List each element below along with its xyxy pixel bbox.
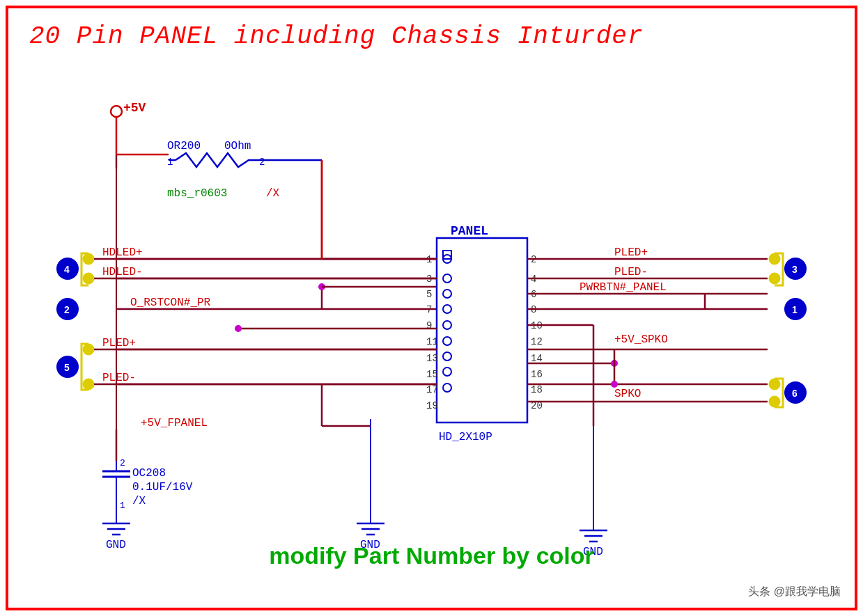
svg-text:11: 11 [426, 336, 438, 347]
svg-text:5: 5 [64, 362, 70, 373]
svg-text:13: 13 [426, 353, 438, 364]
outer-border: 20 Pin PANEL including Chassis Inturder … [6, 6, 857, 610]
svg-point-19 [83, 273, 94, 284]
svg-point-0 [111, 106, 122, 117]
svg-point-112 [769, 379, 780, 390]
svg-text:OR200: OR200 [167, 140, 201, 152]
svg-text:14: 14 [531, 353, 543, 364]
svg-text:4: 4 [64, 264, 70, 275]
svg-text:12: 12 [531, 336, 543, 347]
svg-text:PLED-: PLED- [614, 266, 648, 278]
svg-text:2: 2 [259, 157, 265, 168]
svg-text:/X: /X [266, 187, 280, 200]
svg-text:+5V_SPKO: +5V_SPKO [614, 333, 668, 346]
svg-text:O_RSTCON#_PR: O_RSTCON#_PR [130, 297, 211, 309]
svg-rect-56 [437, 238, 527, 422]
svg-text:0Ohm: 0Ohm [224, 140, 251, 152]
svg-point-109 [611, 381, 618, 388]
svg-text:HD_2X10P: HD_2X10P [439, 431, 492, 443]
svg-text:3: 3 [792, 264, 798, 275]
svg-text:16: 16 [531, 369, 543, 380]
svg-text:15: 15 [426, 369, 438, 380]
svg-text:PLED+: PLED+ [614, 246, 648, 259]
svg-point-16 [83, 253, 94, 264]
svg-text:SPKO: SPKO [614, 388, 641, 400]
svg-text:1: 1 [167, 157, 173, 168]
svg-point-91 [769, 253, 780, 264]
svg-point-35 [83, 379, 94, 390]
watermark: 头条 @跟我学电脑 [748, 585, 841, 599]
svg-text:9: 9 [426, 320, 432, 331]
svg-text:mbs_r0603: mbs_r0603 [167, 187, 227, 200]
svg-text:7: 7 [426, 304, 432, 315]
svg-text:2: 2 [120, 458, 125, 468]
svg-text:0.1UF/16V: 0.1UF/16V [132, 481, 193, 493]
svg-text:HDLED+: HDLED+ [102, 246, 143, 259]
svg-text:+5V: +5V [123, 101, 146, 115]
svg-text:PLED+: PLED+ [102, 337, 136, 349]
svg-text:19: 19 [426, 400, 438, 411]
svg-point-113 [769, 396, 780, 407]
svg-text:17: 17 [426, 384, 438, 395]
svg-text:1: 1 [120, 500, 125, 511]
svg-text:HDLED-: HDLED- [102, 266, 143, 278]
svg-text:1: 1 [792, 304, 798, 315]
svg-point-137 [235, 325, 242, 332]
svg-point-32 [83, 344, 94, 355]
svg-text:PWRBTN#_PANEL: PWRBTN#_PANEL [580, 281, 667, 294]
svg-text:6: 6 [792, 388, 798, 399]
svg-text:18: 18 [531, 384, 543, 395]
svg-text:5: 5 [426, 289, 432, 300]
svg-text:/X: /X [132, 495, 146, 507]
svg-text:PANEL: PANEL [451, 224, 488, 238]
schematic-diagram: +5V OR200 0Ohm 1 2 mbs_r0603 /X HDLED [8, 8, 860, 613]
svg-point-96 [769, 273, 780, 284]
modify-text: modify Part Number by color [8, 542, 855, 569]
svg-text:PLED-: PLED- [102, 372, 136, 384]
svg-text:+5V_FPANEL: +5V_FPANEL [141, 417, 208, 429]
svg-text:OC208: OC208 [132, 467, 166, 480]
svg-text:2: 2 [64, 304, 70, 315]
